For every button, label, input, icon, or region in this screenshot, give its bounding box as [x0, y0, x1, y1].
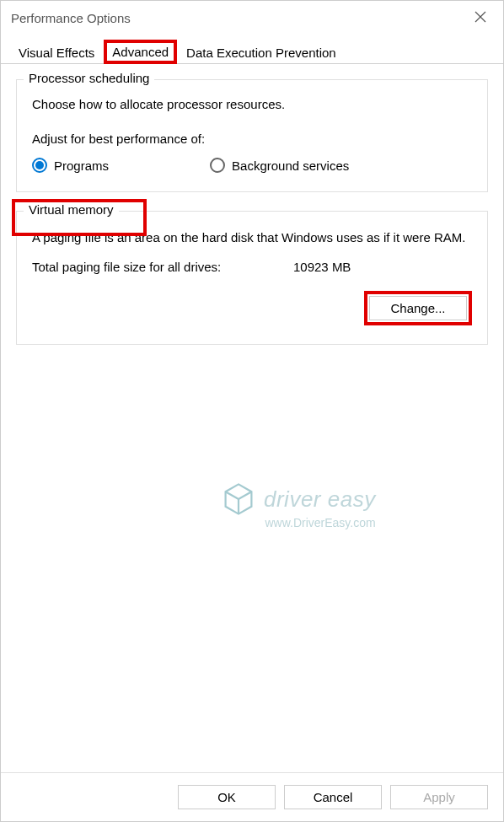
- dialog-footer: OK Cancel Apply: [1, 772, 503, 821]
- paging-file-value: 10923 MB: [293, 260, 351, 274]
- close-button[interactable]: [468, 9, 493, 27]
- tab-visual-effects[interactable]: Visual Effects: [11, 41, 102, 63]
- cancel-button[interactable]: Cancel: [284, 785, 382, 809]
- watermark-url: www.DriverEasy.com: [220, 516, 376, 529]
- paging-file-row: Total paging file size for all drives: 1…: [32, 260, 472, 274]
- tab-dep[interactable]: Data Execution Prevention: [179, 41, 344, 63]
- vm-group-title: Virtual memory: [24, 202, 119, 217]
- ok-button[interactable]: OK: [178, 785, 276, 809]
- radio-dot-icon: [210, 158, 225, 173]
- performance-options-dialog: Performance Options Visual Effects Advan…: [0, 0, 504, 822]
- cube-icon: [220, 481, 257, 518]
- watermark-text: driver easy: [264, 486, 376, 513]
- adjust-label: Adjust for best performance of:: [32, 132, 472, 146]
- radio-dot-icon: [32, 158, 47, 173]
- processor-group-title: Processor scheduling: [24, 71, 154, 85]
- radio-background-label: Background services: [232, 158, 349, 173]
- change-button[interactable]: Change...: [369, 296, 467, 320]
- processor-scheduling-group: Processor scheduling Choose how to alloc…: [16, 79, 488, 192]
- radio-background[interactable]: Background services: [210, 158, 349, 173]
- tab-content: Processor scheduling Choose how to alloc…: [1, 64, 503, 772]
- processor-desc: Choose how to allocate processor resourc…: [32, 97, 472, 111]
- virtual-memory-group: Virtual memory A paging file is an area …: [16, 211, 488, 345]
- radio-programs[interactable]: Programs: [32, 158, 109, 173]
- titlebar: Performance Options: [1, 1, 503, 35]
- vm-desc: A paging file is an area on the hard dis…: [32, 228, 472, 248]
- window-title: Performance Options: [11, 11, 131, 25]
- paging-file-label: Total paging file size for all drives:: [32, 260, 293, 274]
- radio-programs-label: Programs: [54, 158, 109, 173]
- tab-bar: Visual Effects Advanced Data Execution P…: [1, 40, 503, 64]
- tab-advanced[interactable]: Advanced: [104, 40, 177, 64]
- radio-group: Programs Background services: [32, 158, 472, 173]
- watermark: driver easy www.DriverEasy.com: [220, 481, 376, 529]
- apply-button[interactable]: Apply: [390, 785, 488, 809]
- highlight-change-button: Change...: [364, 291, 472, 325]
